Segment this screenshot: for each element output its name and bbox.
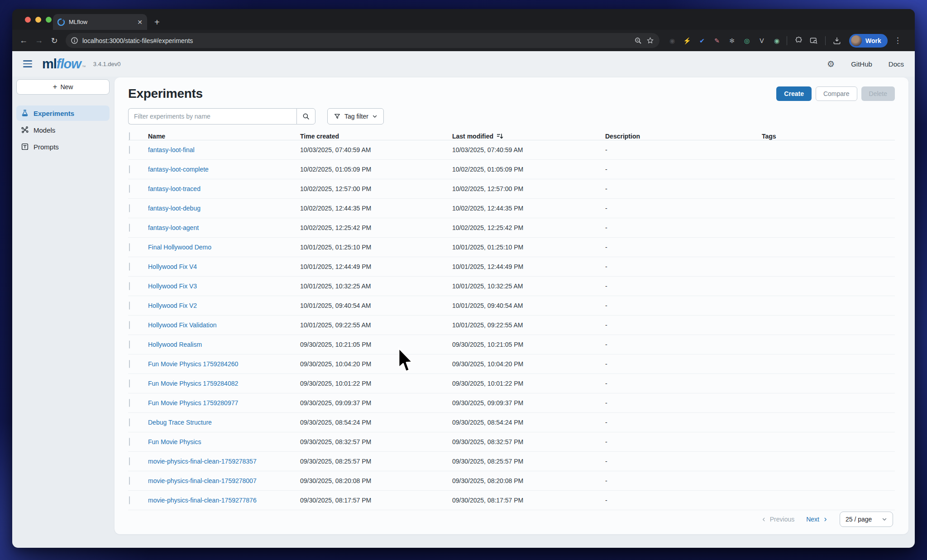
experiment-name-link[interactable]: fantasy-loot-agent (148, 224, 199, 231)
experiment-name-link[interactable]: fantasy-loot-debug (148, 205, 201, 212)
delete-button[interactable]: Delete (861, 86, 895, 101)
experiment-name-link[interactable]: Hollywood Fix V2 (148, 302, 197, 309)
column-header-description[interactable]: Description (605, 133, 762, 140)
minimize-window-button[interactable] (35, 17, 41, 23)
address-bar[interactable]: localhost:3000/static-files#/experiments (66, 33, 659, 48)
gear-icon[interactable]: ⚙ (827, 59, 835, 69)
sidebar-item-models[interactable]: Models (16, 122, 110, 138)
row-checkbox[interactable] (129, 399, 130, 407)
reload-icon[interactable]: ↻ (48, 34, 61, 48)
check-extension-icon[interactable]: ✔ (697, 35, 707, 46)
downloads-icon[interactable] (830, 34, 844, 48)
row-checkbox[interactable] (129, 302, 130, 310)
table-row[interactable]: Hollywood Fix V2 10/01/2025, 09:40:54 AM… (128, 296, 895, 316)
close-window-button[interactable] (25, 17, 31, 23)
knob-extension-icon[interactable]: ◉ (667, 35, 678, 46)
table-row[interactable]: Hollywood Fix Validation 10/01/2025, 09:… (128, 316, 895, 335)
maximize-window-button[interactable] (46, 17, 52, 23)
new-tab-button[interactable]: + (154, 18, 160, 27)
table-row[interactable]: Fun Movie Physics 1759284260 09/30/2025,… (128, 354, 895, 374)
experiment-name-link[interactable]: Hollywood Realism (148, 341, 202, 348)
sidebar-item-experiments[interactable]: Experiments (16, 105, 110, 121)
table-row[interactable]: fantasy-loot-complete 10/02/2025, 01:05:… (128, 160, 895, 179)
browser-tab-mlflow[interactable]: MLflow ✕ (53, 14, 147, 30)
row-checkbox[interactable] (129, 165, 130, 173)
experiment-name-link[interactable]: Debug Trace Structure (148, 419, 212, 426)
table-row[interactable]: Debug Trace Structure 09/30/2025, 08:54:… (128, 413, 895, 432)
globe-extension-icon[interactable]: ◉ (771, 35, 782, 46)
search-button[interactable] (296, 108, 315, 124)
site-info-icon[interactable] (71, 37, 78, 44)
mlflow-logo[interactable]: mlflow™ (42, 57, 86, 72)
table-row[interactable]: Final Hollywood Demo 10/01/2025, 01:25:1… (128, 238, 895, 257)
table-row[interactable]: Fun Movie Physics 1759284082 09/30/2025,… (128, 374, 895, 393)
row-checkbox[interactable] (129, 321, 130, 329)
puzzle-extensions-icon[interactable] (792, 34, 805, 48)
row-checkbox[interactable] (129, 224, 130, 232)
table-row[interactable]: fantasy-loot-traced 10/02/2025, 12:57:00… (128, 179, 895, 199)
row-checkbox[interactable] (129, 340, 130, 349)
row-checkbox[interactable] (129, 282, 130, 290)
tab-close-icon[interactable]: ✕ (137, 19, 143, 26)
sidebar-item-prompts[interactable]: Prompts (16, 139, 110, 154)
row-checkbox[interactable] (129, 263, 130, 271)
previous-page-button[interactable]: Previous (761, 516, 794, 523)
row-checkbox[interactable] (129, 477, 130, 485)
experiment-name-link[interactable]: Hollywood Fix Validation (148, 321, 216, 329)
row-checkbox[interactable] (129, 243, 130, 251)
experiment-name-link[interactable]: fantasy-loot-complete (148, 166, 209, 173)
row-checkbox[interactable] (129, 438, 130, 446)
lightning-extension-icon[interactable]: ⚡ (682, 35, 693, 46)
github-link[interactable]: GitHub (851, 60, 872, 68)
forward-icon[interactable]: → (32, 34, 46, 48)
experiment-name-link[interactable]: Hollywood Fix V3 (148, 282, 197, 290)
hamburger-menu-icon[interactable] (23, 60, 32, 67)
select-all-checkbox[interactable] (129, 132, 130, 140)
experiment-name-link[interactable]: Fun Movie Physics 1759284082 (148, 380, 238, 387)
bookmark-star-icon[interactable] (646, 37, 654, 44)
experiment-name-link[interactable]: movie-physics-final-clean-1759278007 (148, 477, 257, 484)
new-button[interactable]: + New (16, 79, 110, 95)
column-header-tags[interactable]: Tags (762, 133, 895, 140)
create-button[interactable]: Create (776, 86, 812, 101)
row-checkbox[interactable] (129, 360, 130, 368)
experiment-name-link[interactable]: movie-physics-final-clean-1759278357 (148, 458, 257, 465)
compare-button[interactable]: Compare (816, 86, 857, 101)
experiment-name-link[interactable]: Fun Movie Physics 1759284260 (148, 360, 238, 368)
experiment-name-link[interactable]: Fun Movie Physics (148, 438, 201, 445)
row-checkbox[interactable] (129, 379, 130, 388)
column-header-time-created[interactable]: Time created (300, 133, 452, 140)
table-row[interactable]: fantasy-loot-agent 10/02/2025, 12:25:42 … (128, 218, 895, 238)
table-row[interactable]: fantasy-loot-debug 10/02/2025, 12:44:35 … (128, 199, 895, 218)
experiment-name-link[interactable]: Final Hollywood Demo (148, 244, 211, 251)
column-header-name[interactable]: Name (148, 133, 300, 140)
table-row[interactable]: Hollywood Realism 09/30/2025, 10:21:05 P… (128, 335, 895, 354)
experiment-name-link[interactable]: Fun Movie Physics 1759280977 (148, 399, 238, 407)
table-row[interactable]: Fun Movie Physics 09/30/2025, 08:32:57 P… (128, 432, 895, 452)
tab-search-icon[interactable] (807, 34, 821, 48)
table-row[interactable]: fantasy-loot-final 10/03/2025, 07:40:59 … (128, 140, 895, 160)
table-row[interactable]: movie-physics-final-clean-1759278007 09/… (128, 471, 895, 491)
table-row[interactable]: Fun Movie Physics 1759280977 09/30/2025,… (128, 393, 895, 413)
row-checkbox[interactable] (129, 204, 130, 212)
search-input[interactable] (128, 108, 296, 124)
table-row[interactable]: Hollywood Fix V4 10/01/2025, 12:44:49 PM… (128, 257, 895, 277)
row-checkbox[interactable] (129, 457, 130, 465)
experiment-name-link[interactable]: fantasy-loot-final (148, 146, 195, 153)
next-page-button[interactable]: Next (806, 516, 828, 523)
atom-extension-icon[interactable]: ✻ (726, 35, 737, 46)
row-checkbox[interactable] (129, 496, 130, 504)
experiment-name-link[interactable]: movie-physics-final-clean-1759277876 (148, 497, 257, 504)
row-checkbox[interactable] (129, 185, 130, 193)
column-header-last-modified[interactable]: Last modified (452, 133, 605, 140)
pen-extension-icon[interactable]: ✎ (712, 35, 722, 46)
experiment-name-link[interactable]: Hollywood Fix V4 (148, 263, 197, 270)
row-checkbox[interactable] (129, 418, 130, 426)
browser-profile-button[interactable]: Work (849, 34, 888, 48)
experiment-name-link[interactable]: fantasy-loot-traced (148, 185, 201, 192)
target-extension-icon[interactable]: ◎ (741, 35, 752, 46)
tag-filter-button[interactable]: Tag filter (327, 108, 384, 124)
browser-menu-icon[interactable]: ⋮ (894, 36, 902, 45)
back-icon[interactable]: ← (17, 34, 30, 48)
page-size-select[interactable]: 25 / page (840, 512, 893, 527)
